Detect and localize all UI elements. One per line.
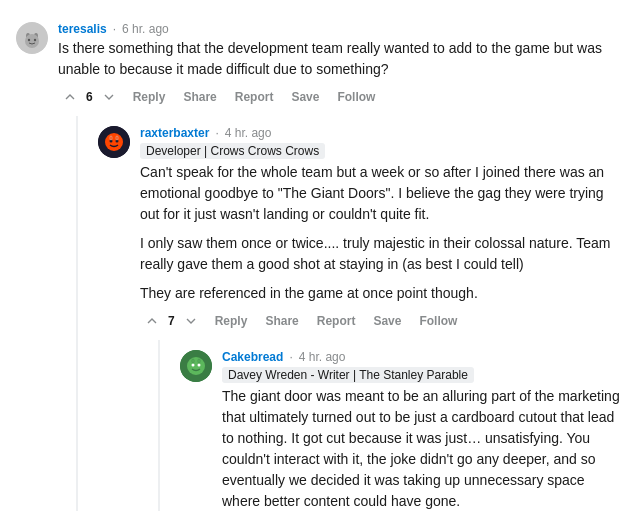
comment-text: The giant door was meant to be an alluri… [222,386,624,511]
svg-point-7 [105,133,123,151]
user-flair: Developer | Crows Crows Crows [140,143,325,159]
reply-button[interactable]: Reply [127,86,172,108]
downvote-button[interactable] [179,311,203,331]
report-button[interactable]: Report [311,310,362,332]
timestamp-dot: · [289,350,292,364]
timestamp-dot: · [215,126,218,140]
svg-point-4 [28,39,30,41]
svg-rect-11 [116,136,118,140]
svg-point-5 [34,39,36,41]
username[interactable]: raxterb​axter [140,126,209,140]
comment-header: raxterb​axter · 4 hr. ago [140,126,624,140]
vote-section: 7 [140,311,203,331]
svg-point-13 [187,357,205,375]
upvote-button[interactable] [140,311,164,331]
vote-section: 6 [58,87,121,107]
comment-item: teresalis · 6 hr. ago Is there something… [16,12,624,511]
nested-comment: raxterb​axter · 4 hr. ago Developer | Cr… [76,116,624,511]
vote-count: 6 [86,90,93,104]
svg-point-15 [198,364,201,367]
comment-header: Cakebread · 4 hr. ago [222,350,624,364]
svg-rect-17 [198,359,200,363]
timestamp: 4 hr. ago [225,126,272,140]
share-button[interactable]: Share [259,310,304,332]
save-button[interactable]: Save [367,310,407,332]
report-button[interactable]: Report [229,86,280,108]
comment-header: teresalis · 6 hr. ago [58,22,624,36]
svg-point-3 [25,34,39,48]
share-button[interactable]: Share [177,86,222,108]
username[interactable]: teresalis [58,22,107,36]
reply-button[interactable]: Reply [209,310,254,332]
timestamp: 4 hr. ago [299,350,346,364]
follow-button[interactable]: Follow [331,86,381,108]
username[interactable]: Cakebread [222,350,283,364]
nested-comment-2: Cakebread · 4 hr. ago Davey Wreden - Wri… [158,340,624,511]
timestamp: · [113,22,116,36]
svg-rect-16 [192,359,194,363]
comment-thread: teresalis · 6 hr. ago Is there something… [0,0,640,511]
comment-actions: 6 Reply Share Report Save Follow [58,86,624,108]
timestamp: 6 hr. ago [122,22,169,36]
follow-button[interactable]: Follow [413,310,463,332]
upvote-button[interactable] [58,87,82,107]
comment-text: Is there something that the development … [58,38,624,80]
avatar [180,350,212,382]
comment-body: Cakebread · 4 hr. ago Davey Wreden - Wri… [222,350,624,511]
avatar [98,126,130,158]
comment-body: raxterb​axter · 4 hr. ago Developer | Cr… [140,126,624,511]
comment-text: Can't speak for the whole team but a wee… [140,162,624,304]
svg-rect-10 [110,136,112,140]
vote-count: 7 [168,314,175,328]
comment-body: teresalis · 6 hr. ago Is there something… [58,22,624,511]
avatar [16,22,48,54]
user-flair: Davey Wreden - Writer | The Stanley Para… [222,367,474,383]
svg-point-14 [192,364,195,367]
downvote-button[interactable] [97,87,121,107]
save-button[interactable]: Save [285,86,325,108]
comment-actions: 7 Reply Share Report Save Follow [140,310,624,332]
